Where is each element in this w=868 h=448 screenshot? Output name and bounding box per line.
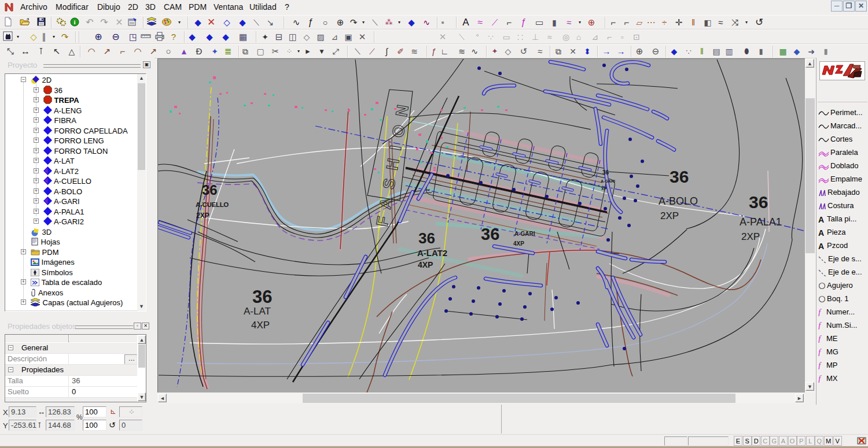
svg-text:4XP: 4XP xyxy=(513,240,524,247)
svg-text:A-GARI: A-GARI xyxy=(601,179,615,183)
svg-text:f: f xyxy=(818,308,822,316)
svg-text:2XP: 2XP xyxy=(196,212,209,220)
svg-text:4XP: 4XP xyxy=(251,320,270,331)
svg-text:f: f xyxy=(818,348,822,356)
svg-text:A-GARI: A-GARI xyxy=(514,231,535,237)
svg-text:A-BOLO: A-BOLO xyxy=(659,195,698,207)
svg-text:f: f xyxy=(818,375,822,383)
svg-text:2XP: 2XP xyxy=(660,210,679,221)
svg-text:A-LAT2: A-LAT2 xyxy=(417,248,447,258)
svg-text:f: f xyxy=(818,321,822,329)
svg-text:2XP: 2XP xyxy=(741,231,760,242)
svg-text:XP: XP xyxy=(601,187,607,191)
svg-text:36: 36 xyxy=(252,287,272,307)
svg-text:4XP: 4XP xyxy=(418,260,433,269)
svg-text:A-PALA1: A-PALA1 xyxy=(740,216,782,228)
svg-text:36: 36 xyxy=(670,167,689,186)
svg-text:36: 36 xyxy=(202,182,218,198)
svg-text:36: 36 xyxy=(481,225,499,243)
svg-text:f: f xyxy=(818,361,822,369)
svg-text:A: A xyxy=(818,229,824,236)
svg-text:A: A xyxy=(818,216,824,223)
svg-text:A-LAT: A-LAT xyxy=(244,306,271,317)
svg-text:36: 36 xyxy=(602,169,609,176)
svg-text:36: 36 xyxy=(749,192,768,212)
svg-text:36: 36 xyxy=(418,229,435,247)
svg-text:A-CUELLO: A-CUELLO xyxy=(196,201,229,208)
svg-text:i: i xyxy=(74,18,76,25)
svg-text:f: f xyxy=(818,335,822,343)
svg-text:A: A xyxy=(818,242,824,250)
